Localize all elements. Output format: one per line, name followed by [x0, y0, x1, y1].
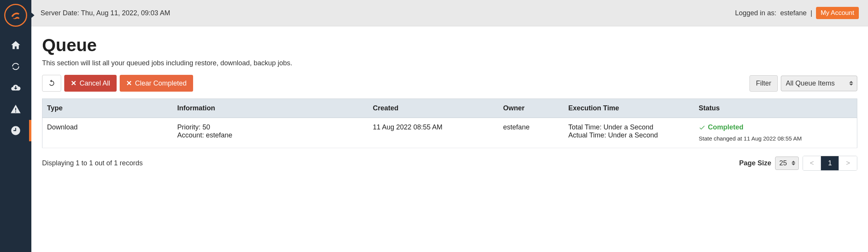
table-row: Download Priority: 50 Account: estefane …	[42, 118, 857, 148]
col-execution-time: Execution Time	[564, 99, 694, 118]
sidebar-item-alerts[interactable]	[0, 99, 31, 120]
col-owner: Owner	[499, 99, 564, 118]
col-status: Status	[694, 99, 857, 118]
cancel-all-label: Cancel All	[80, 79, 110, 87]
clear-completed-button[interactable]: ✕ Clear Completed	[120, 75, 193, 92]
badger-icon	[9, 9, 22, 22]
my-account-button[interactable]: My Account	[816, 7, 859, 19]
page-size-label: Page Size	[739, 159, 771, 167]
chevron-updown-icon	[792, 161, 795, 165]
cell-information: Priority: 50 Account: estefane	[172, 118, 368, 148]
col-type: Type	[42, 99, 173, 118]
sidebar-item-queue[interactable]	[0, 120, 31, 141]
separator: |	[810, 9, 812, 17]
toolbar: ✕ Cancel All ✕ Clear Completed Filter Al…	[42, 75, 857, 92]
pager-current[interactable]: 1	[821, 156, 839, 170]
pager: < 1 >	[803, 156, 857, 171]
app-logo[interactable]	[4, 4, 27, 27]
exec-total: Total Time: Under a Second	[568, 123, 689, 131]
filter-button[interactable]: Filter	[749, 75, 778, 92]
cell-status: Completed State changed at 11 Aug 2022 0…	[694, 118, 857, 148]
sidebar-item-home[interactable]	[0, 34, 31, 56]
cell-execution: Total Time: Under a Second Actual Time: …	[564, 118, 694, 148]
logged-in-username: estefane	[780, 9, 806, 17]
filter-select-value: All Queue Items	[786, 79, 835, 87]
col-created: Created	[368, 99, 499, 118]
filter-select[interactable]: All Queue Items	[781, 76, 857, 91]
cancel-all-button[interactable]: ✕ Cancel All	[64, 75, 117, 92]
page-size-select[interactable]: 25	[775, 157, 799, 170]
x-icon: ✕	[71, 79, 76, 87]
clock-icon	[10, 125, 21, 136]
table-header-row: Type Information Created Owner Execution…	[42, 99, 857, 118]
exec-actual: Actual Time: Under a Second	[568, 131, 689, 139]
refresh-button[interactable]	[42, 75, 61, 92]
status-label: Completed	[708, 123, 743, 131]
chevron-updown-icon	[849, 81, 853, 86]
sidebar-nav	[0, 34, 31, 141]
content: Queue This section will list all your qu…	[31, 26, 868, 179]
sidebar	[0, 0, 31, 252]
logged-in-label: Logged in as:	[735, 9, 776, 17]
page-size-value: 25	[779, 159, 787, 167]
footer-right: Page Size 25 < 1 >	[739, 156, 857, 171]
topbar-right: Logged in as: estefane | My Account	[735, 7, 859, 19]
refresh-icon	[10, 61, 21, 72]
reload-icon	[48, 79, 55, 87]
info-priority: Priority: 50	[177, 123, 363, 131]
pager-next[interactable]: >	[839, 156, 857, 170]
status-sub: State changed at 11 Aug 2022 08:55 AM	[699, 134, 852, 142]
home-icon	[10, 40, 21, 50]
topbar: Server Date: Thu, Aug 11, 2022, 09:03 AM…	[31, 0, 868, 26]
cloud-download-icon	[10, 82, 21, 93]
alert-icon	[10, 104, 21, 115]
footer: Displaying 1 to 1 out of 1 records Page …	[42, 156, 857, 171]
records-summary: Displaying 1 to 1 out of 1 records	[42, 159, 143, 167]
cell-type: Download	[42, 118, 173, 148]
sidebar-item-download[interactable]	[0, 77, 31, 99]
x-icon: ✕	[126, 79, 132, 87]
info-account: Account: estefane	[177, 131, 363, 139]
logo-pointer	[29, 11, 34, 20]
status-badge: Completed	[699, 123, 743, 131]
toolbar-left: ✕ Cancel All ✕ Clear Completed	[42, 75, 193, 92]
main: Server Date: Thu, Aug 11, 2022, 09:03 AM…	[31, 0, 868, 252]
page-title: Queue	[42, 35, 857, 55]
clear-completed-label: Clear Completed	[135, 79, 187, 87]
cell-owner: estefane	[499, 118, 564, 148]
toolbar-right: Filter All Queue Items	[749, 75, 857, 92]
pager-prev[interactable]: <	[803, 156, 821, 170]
server-date: Server Date: Thu, Aug 11, 2022, 09:03 AM	[41, 9, 170, 17]
cell-created: 11 Aug 2022 08:55 AM	[368, 118, 499, 148]
page-subtitle: This section will list all your queued j…	[42, 59, 857, 67]
sidebar-item-sync[interactable]	[0, 56, 31, 77]
queue-table: Type Information Created Owner Execution…	[42, 99, 857, 148]
check-icon	[699, 124, 705, 131]
col-information: Information	[172, 99, 368, 118]
